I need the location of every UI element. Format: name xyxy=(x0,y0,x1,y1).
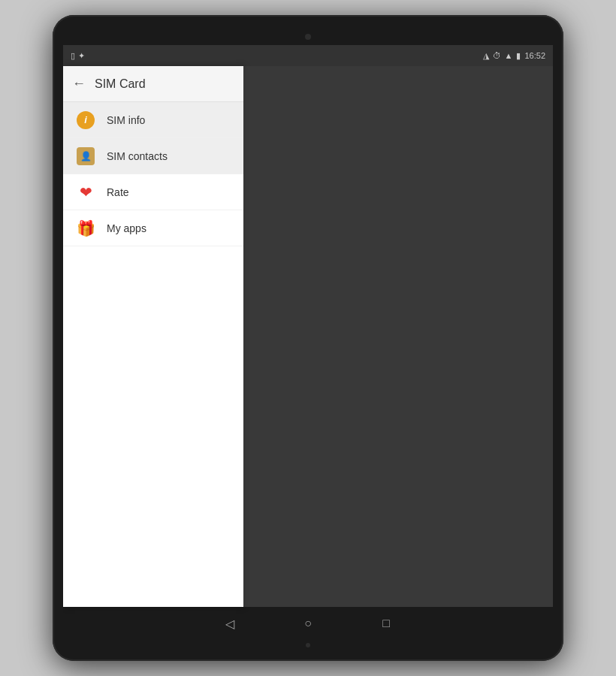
list-item[interactable]: ❤ Rate xyxy=(63,174,243,210)
sim-info-icon: i xyxy=(75,110,96,131)
tablet: ▯ ✦ ◮ ⏱ ▲ ▮ 16:52 ← SIM Card xyxy=(53,15,563,661)
sim-info-label: SIM info xyxy=(107,114,145,126)
my-apps-label: My apps xyxy=(107,222,146,234)
drawer-title: SIM Card xyxy=(95,77,146,91)
back-nav-button[interactable] xyxy=(221,614,239,632)
home-nav-button[interactable] xyxy=(299,614,317,632)
battery-icon: ▮ xyxy=(516,51,521,61)
list-item[interactable]: 🎁 My apps xyxy=(63,210,243,246)
list-item[interactable]: i SIM info xyxy=(63,102,243,138)
tablet-top-bar xyxy=(63,29,553,45)
bottom-dot xyxy=(306,643,310,647)
menu-list: i SIM info 👤 SIM contacts ❤ xyxy=(63,102,243,607)
time-display: 16:52 xyxy=(524,51,545,60)
sim-contacts-label: SIM contacts xyxy=(107,150,168,162)
pin-status-icon: ✦ xyxy=(78,51,85,61)
rate-icon: ❤ xyxy=(75,182,96,203)
screen: ▯ ✦ ◮ ⏱ ▲ ▮ 16:52 ← SIM Card xyxy=(63,45,553,640)
info-circle-icon: i xyxy=(77,111,95,129)
contacts-box-icon: 👤 xyxy=(77,147,95,165)
navigation-bar xyxy=(63,607,553,640)
sim-status-icon: ▯ xyxy=(71,51,75,61)
alarm-icon: ⏱ xyxy=(493,51,501,60)
drawer-header: ← SIM Card xyxy=(63,66,243,102)
status-right: ◮ ⏱ ▲ ▮ 16:52 xyxy=(483,51,545,61)
wifi-icon: ◮ xyxy=(483,51,489,61)
sim-contacts-icon: 👤 xyxy=(75,146,96,167)
back-button[interactable]: ← xyxy=(72,76,86,92)
navigation-drawer: ← SIM Card i SIM info 👤 xyxy=(63,66,243,607)
status-left: ▯ ✦ xyxy=(71,51,85,61)
box-icon: 🎁 xyxy=(77,219,95,237)
rate-label: Rate xyxy=(107,186,129,198)
heart-icon: ❤ xyxy=(80,183,92,201)
my-apps-icon: 🎁 xyxy=(75,218,96,239)
list-item[interactable]: 👤 SIM contacts xyxy=(63,138,243,174)
status-bar: ▯ ✦ ◮ ⏱ ▲ ▮ 16:52 xyxy=(63,45,553,66)
recent-nav-button[interactable] xyxy=(377,614,395,632)
signal-icon: ▲ xyxy=(505,51,513,60)
screen-content: ← SIM Card i SIM info 👤 xyxy=(63,66,553,607)
tablet-bottom-bar xyxy=(306,640,310,650)
screen-overlay[interactable] xyxy=(243,66,553,607)
camera xyxy=(305,34,311,40)
